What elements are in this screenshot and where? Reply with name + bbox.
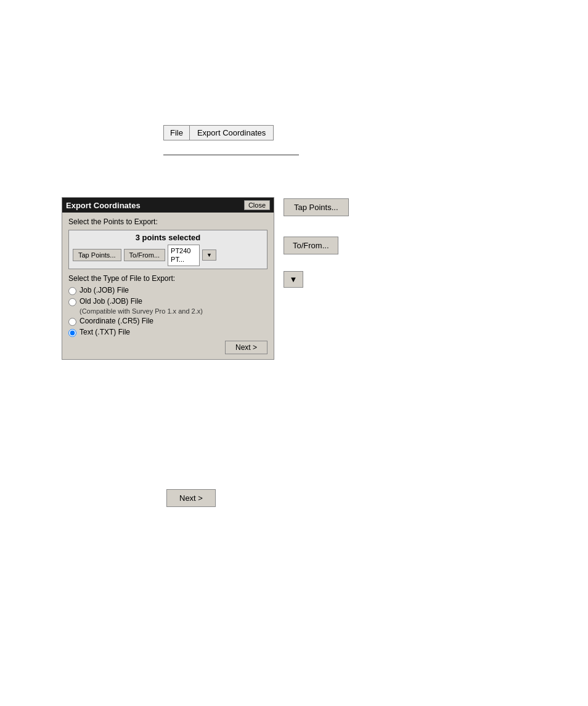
breadcrumb-underline — [163, 154, 299, 155]
radio-old-job-label: Old Job (.JOB) File — [80, 297, 142, 306]
pt-value: PT240 PT... — [168, 245, 199, 266]
dialog-title: Export Coordinates — [66, 201, 141, 210]
radio-txt-input[interactable] — [68, 329, 76, 337]
points-area: 3 points selected Tap Points... To/From.… — [68, 230, 267, 269]
radio-job-input[interactable] — [68, 287, 76, 295]
export-coordinates-dialog: Export Coordinates Close Select the Poin… — [62, 197, 274, 360]
radio-job-label: Job (.JOB) File — [80, 286, 129, 294]
breadcrumb-file[interactable]: File — [163, 125, 190, 140]
file-type-section: Select the Type of File to Export: Job (… — [68, 274, 267, 337]
next-dialog-button[interactable]: Next > — [225, 341, 267, 354]
radio-cr5: Coordinate (.CR5) File — [68, 317, 267, 326]
pt-input-wrapper: PT240 PT... — [168, 245, 200, 266]
file-type-label: Select the Type of File to Export: — [68, 274, 267, 283]
dropdown-arrow-icon: ▼ — [206, 252, 212, 258]
dialog-close-button[interactable]: Close — [244, 200, 270, 210]
dialog-content: Select the Points to Export: 3 points se… — [62, 213, 274, 359]
radio-old-job: Old Job (.JOB) File — [68, 297, 267, 306]
dialog-titlebar: Export Coordinates Close — [62, 198, 274, 213]
dropdown-right-icon: ▼ — [290, 275, 298, 284]
breadcrumb: File Export Coordinates — [163, 125, 274, 140]
pt-line1: PT240 — [171, 246, 197, 255]
radio-old-job-sub: (Compatible with Survey Pro 1.x and 2.x) — [80, 307, 267, 315]
radio-cr5-label: Coordinate (.CR5) File — [80, 317, 153, 325]
pt-line2: PT... — [171, 255, 197, 264]
tap-points-right-button[interactable]: Tap Points... — [284, 198, 349, 216]
radio-txt: Text (.TXT) File — [68, 328, 267, 337]
radio-cr5-input[interactable] — [68, 318, 76, 326]
radio-old-job-input[interactable] — [68, 298, 76, 306]
to-from-button[interactable]: To/From... — [124, 249, 166, 261]
next-bottom-button[interactable]: Next > — [166, 489, 216, 507]
pt-dropdown-button[interactable]: ▼ — [202, 250, 216, 261]
select-points-label: Select the Points to Export: — [68, 217, 267, 226]
to-from-right-button[interactable]: To/From... — [284, 237, 338, 254]
points-selected-label: 3 points selected — [73, 233, 263, 242]
tap-points-button[interactable]: Tap Points... — [73, 249, 121, 261]
radio-txt-label: Text (.TXT) File — [80, 328, 130, 336]
radio-job: Job (.JOB) File — [68, 286, 267, 295]
points-controls: Tap Points... To/From... PT240 PT... ▼ — [73, 245, 263, 266]
breadcrumb-export[interactable]: Export Coordinates — [190, 125, 274, 140]
dialog-bottom: Next > — [68, 341, 267, 354]
dropdown-right-button[interactable]: ▼ — [284, 271, 303, 288]
